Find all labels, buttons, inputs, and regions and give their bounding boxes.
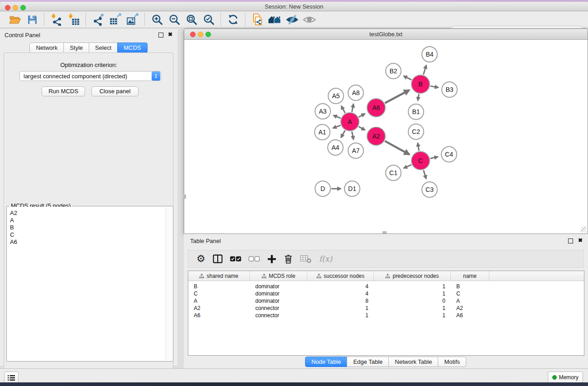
float-panel-icon[interactable] [158, 33, 163, 38]
hide-panel-button[interactable] [285, 12, 299, 27]
edge-B-B2[interactable] [404, 76, 412, 80]
zoom-out-button[interactable] [167, 12, 182, 27]
clone-network-button[interactable] [250, 12, 265, 27]
node-C4[interactable]: C4 [441, 147, 457, 162]
function-builder-button[interactable]: f(x) [319, 252, 332, 266]
float-table-panel-icon[interactable] [568, 238, 573, 243]
tab-motifs[interactable]: Motifs [438, 357, 466, 367]
table-row[interactable]: Cdominator41C [188, 290, 584, 297]
edge-A-A5[interactable] [341, 106, 345, 113]
table-row[interactable]: A6connector11A6 [188, 312, 584, 319]
edge-B-B3[interactable] [430, 86, 439, 87]
edge-C-C1[interactable] [404, 165, 411, 168]
edge-C-C3[interactable] [424, 170, 426, 179]
edge-A-A7[interactable] [352, 132, 354, 140]
import-table-button[interactable] [67, 12, 81, 27]
select-all-button[interactable] [230, 252, 241, 266]
mcds-list-scrollbar[interactable] [166, 207, 172, 361]
node-A4[interactable]: A4 [328, 140, 343, 155]
edge-A2-C[interactable] [385, 141, 409, 155]
tab-network[interactable]: Network [29, 43, 64, 53]
column-selector-button[interactable] [213, 252, 223, 266]
tab-mcds[interactable]: MCDS [117, 43, 147, 53]
node-D[interactable]: D [315, 181, 330, 196]
criterion-dropdown[interactable]: largest connected component (directed) ▲… [19, 71, 161, 81]
open-session-button[interactable] [8, 12, 22, 27]
node-A1[interactable]: A1 [315, 124, 330, 140]
node-C[interactable]: C [411, 152, 430, 170]
edge-C-C2[interactable] [418, 143, 419, 151]
edge-A-A2[interactable] [359, 127, 365, 130]
mcds-result-item[interactable]: A2 [7, 210, 166, 217]
table-row[interactable]: A2connector11A2 [188, 305, 584, 312]
table-row[interactable]: Bdominator41B [188, 283, 584, 290]
node-A7[interactable]: A7 [348, 143, 363, 158]
edge-B-B1[interactable] [418, 94, 419, 101]
close-table-panel-icon[interactable]: ✖ [578, 237, 583, 243]
zoom-fit-button[interactable] [184, 12, 199, 27]
node-D1[interactable]: D1 [344, 181, 360, 196]
edge-A-A3[interactable] [333, 115, 340, 118]
export-image-button[interactable] [125, 12, 140, 27]
mcds-result-item[interactable]: C [7, 231, 166, 238]
mcds-result-item[interactable]: A6 [7, 238, 166, 246]
delete-table-button[interactable] [300, 252, 312, 266]
network-canvas[interactable]: B4B2BB3A8A5A6A3B1AC2A1A2A4A7C4CC1DD1C3 [185, 40, 587, 234]
delete-column-button[interactable] [284, 252, 293, 266]
refresh-button[interactable] [226, 12, 240, 27]
window-resize-grip[interactable] [581, 227, 587, 233]
home-button[interactable] [268, 12, 282, 27]
node-B4[interactable]: B4 [422, 47, 437, 62]
network-window-titlebar[interactable]: testGlobe.txt [184, 29, 588, 40]
node-C3[interactable]: C3 [422, 182, 437, 197]
column-header-successor-nodes[interactable]: successor nodes [307, 271, 374, 281]
edge-A-A8[interactable] [352, 104, 354, 112]
node-C1[interactable]: C1 [386, 165, 401, 181]
node-C2[interactable]: C2 [408, 124, 424, 139]
table-options-button[interactable]: ⚙ [196, 252, 206, 266]
column-header-name[interactable]: name [451, 271, 489, 281]
horizontal-scroll-thumb[interactable] [382, 231, 387, 234]
zoom-in-button[interactable] [150, 12, 164, 27]
edge-B-B4[interactable] [423, 65, 426, 75]
node-A3[interactable]: A3 [315, 104, 330, 119]
node-B1[interactable]: B1 [408, 104, 424, 119]
edge-A-A6[interactable] [359, 114, 365, 117]
column-header-predecessor-nodes[interactable]: predecessor nodes [374, 271, 451, 281]
edge-A6-B[interactable] [385, 90, 409, 103]
node-B[interactable]: B [411, 75, 430, 93]
export-table-button[interactable] [108, 12, 123, 27]
node-A[interactable]: A [341, 113, 359, 131]
main-titlebar[interactable]: Session: New Session [0, 2, 588, 11]
tab-edge-table[interactable]: Edge Table [347, 357, 389, 367]
node-A6[interactable]: A6 [367, 99, 385, 117]
memory-button[interactable]: Memory [548, 372, 583, 383]
run-mcds-button[interactable]: Run MCDS [42, 86, 85, 96]
export-network-button[interactable] [91, 12, 105, 27]
add-column-button[interactable] [267, 252, 277, 266]
node-A8[interactable]: A8 [348, 85, 363, 100]
column-header-shared-name[interactable]: shared name [188, 271, 250, 281]
tab-style[interactable]: Style [63, 43, 89, 53]
tab-node-table[interactable]: Node Table [305, 357, 348, 367]
edge-C-C4[interactable] [430, 157, 438, 158]
show-panel-button[interactable] [302, 12, 316, 27]
close-panel-button[interactable]: Close panel [91, 86, 139, 96]
column-header-MCDS-role[interactable]: MCDS role [250, 271, 307, 281]
node-A5[interactable]: A5 [328, 88, 344, 104]
tab-select[interactable]: Select [89, 43, 118, 53]
import-network-button[interactable] [49, 12, 64, 27]
tab-network-table[interactable]: Network Table [388, 357, 438, 367]
save-session-button[interactable] [25, 12, 39, 27]
deselect-all-button[interactable] [249, 252, 260, 266]
close-panel-icon[interactable]: ✖ [168, 31, 172, 38]
mcds-result-item[interactable]: A [7, 217, 166, 224]
table-row[interactable]: Adominator80A [188, 297, 584, 305]
vertical-scroll-thumb[interactable] [184, 195, 186, 199]
edge-A-A4[interactable] [341, 130, 345, 138]
edge-A-A1[interactable] [333, 125, 340, 128]
task-history-button[interactable] [4, 372, 19, 384]
node-A2[interactable]: A2 [367, 127, 385, 145]
mcds-result-item[interactable]: B [7, 224, 166, 231]
zoom-selected-button[interactable] [201, 12, 216, 27]
